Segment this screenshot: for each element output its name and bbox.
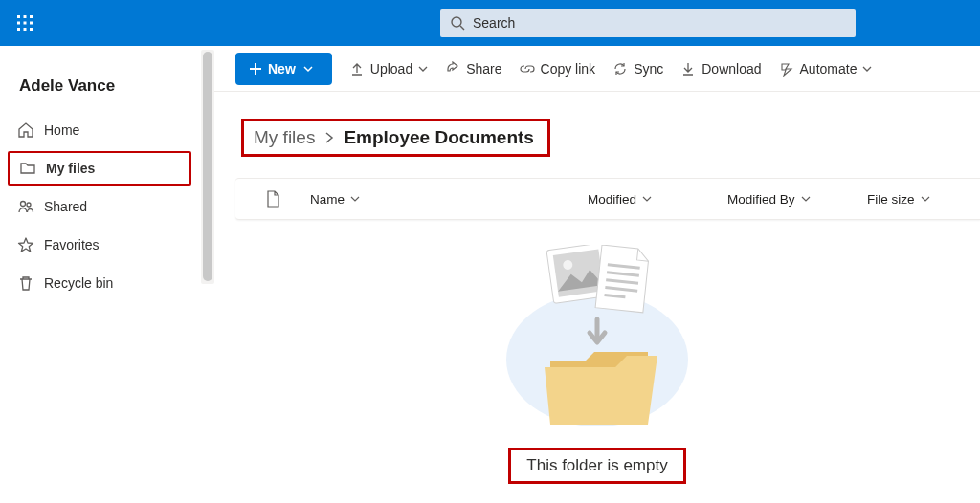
svg-rect-5 [30,22,33,25]
sync-label: Sync [634,61,663,77]
home-icon [17,121,34,139]
share-button[interactable]: Share [445,61,501,77]
svg-rect-6 [17,28,20,31]
svg-line-10 [460,26,464,30]
automate-label: Automate [800,61,858,77]
new-button[interactable]: New [235,53,332,85]
svg-rect-0 [17,15,20,18]
sync-icon [612,61,628,77]
column-modified[interactable]: Modified [588,192,727,207]
search-box[interactable] [440,9,856,37]
people-icon [17,198,34,215]
svg-rect-8 [30,28,33,31]
download-label: Download [702,61,761,77]
empty-message: This folder is empty [508,448,685,484]
main-content: New Upload Share Copy link Sync [214,46,980,503]
download-button[interactable]: Download [680,61,761,77]
trash-icon [17,274,34,292]
svg-rect-7 [24,28,27,31]
sidebar-item-home[interactable]: Home [0,113,201,147]
new-button-label: New [268,61,296,77]
chevron-down-icon [418,64,428,74]
breadcrumb-separator-icon [324,132,334,143]
column-modified-by[interactable]: Modified By [727,192,867,207]
command-bar: New Upload Share Copy link Sync [214,46,980,92]
sidebar-item-shared[interactable]: Shared [0,189,201,224]
search-input[interactable] [473,15,846,31]
svg-rect-4 [24,22,27,25]
column-file-size-label: File size [867,192,915,207]
chevron-down-icon [921,194,930,204]
automate-button[interactable]: Automate [779,61,873,77]
sidebar-item-my-files[interactable]: My files [8,151,191,186]
app-header [0,0,980,46]
breadcrumb-current: Employee Documents [344,127,534,148]
empty-state: This folder is empty [214,245,980,484]
chevron-down-icon [801,194,811,204]
svg-rect-3 [17,22,20,25]
sidebar-item-label: Home [44,122,79,138]
upload-icon [349,61,365,77]
sidebar-item-label: Shared [44,199,87,214]
share-icon [445,61,460,77]
download-icon [680,61,696,77]
breadcrumb-parent[interactable]: My files [254,127,315,148]
empty-folder-illustration-icon [497,245,698,436]
file-icon [266,190,279,208]
chevron-down-icon [303,64,313,74]
app-launcher-button[interactable] [10,8,40,38]
column-name[interactable]: Name [310,192,588,207]
chevron-down-icon [862,64,872,74]
column-name-label: Name [310,192,345,207]
svg-rect-1 [24,15,27,18]
chevron-down-icon [642,194,652,204]
sidebar-item-favorites[interactable]: Favorites [0,228,201,262]
user-name: Adele Vance [0,63,201,113]
svg-point-9 [452,17,461,27]
svg-point-12 [27,203,31,207]
column-file-size[interactable]: File size [867,192,972,207]
upload-button[interactable]: Upload [349,61,428,77]
copy-link-label: Copy link [541,61,596,77]
upload-label: Upload [370,61,412,77]
search-icon [450,15,465,31]
column-modified-label: Modified [588,192,636,207]
share-label: Share [466,61,501,77]
sidebar-item-label: Recycle bin [44,275,113,291]
copy-link-button[interactable]: Copy link [520,61,596,77]
svg-point-11 [21,202,26,207]
sidebar: Adele Vance Home My files Shared [0,46,214,503]
star-icon [17,236,34,253]
link-icon [520,61,535,77]
waffle-icon [16,14,33,32]
sidebar-item-label: My files [46,161,95,176]
chevron-down-icon [350,194,360,204]
plus-icon [249,62,262,76]
breadcrumb: My files Employee Documents [241,119,550,157]
sidebar-item-label: Favorites [44,237,100,252]
sidebar-item-recycle-bin[interactable]: Recycle bin [0,266,201,300]
folder-icon [19,160,36,177]
column-doctype[interactable] [235,190,310,208]
column-header-row: Name Modified Modified By File size [235,178,980,220]
scrollbar-thumb[interactable] [203,52,212,281]
sync-button[interactable]: Sync [612,61,663,77]
column-modified-by-label: Modified By [727,192,795,207]
svg-rect-2 [30,15,33,18]
automate-icon [779,61,794,77]
